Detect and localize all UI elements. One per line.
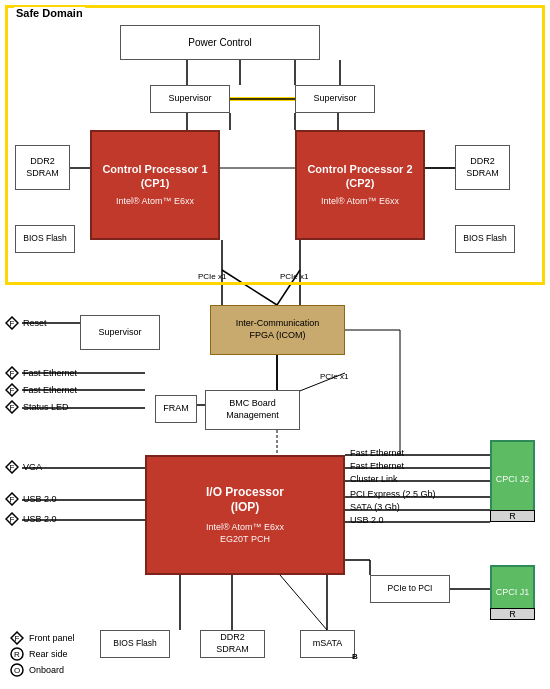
status-led-label: Status LED — [23, 402, 69, 412]
legend-rear-side: R Rear side — [10, 647, 75, 661]
iop-sub: Intel® Atom™ E6xx EG20T PCH — [206, 522, 284, 545]
cp1-title: Control Processor 1 — [102, 162, 207, 176]
ddr2-right-label: DDR2 SDRAM — [466, 156, 499, 179]
svg-text:R: R — [14, 650, 20, 659]
right-fast-eth1-label: Fast Ethernet — [350, 448, 404, 458]
svg-text:F: F — [15, 634, 20, 643]
usb1-label: USB 2.0 — [23, 494, 57, 504]
bmc-box: BMC Board Management — [205, 390, 300, 430]
svg-text:F: F — [10, 369, 15, 378]
cp2-box: Control Processor 2 (CP2) Intel® Atom™ E… — [295, 130, 425, 240]
front-panel-label: Front panel — [29, 633, 75, 643]
right-fast-eth2-label: Fast Ethernet — [350, 461, 404, 471]
reset-label: Reset — [23, 318, 47, 328]
power-control-box: Power Control — [120, 25, 320, 60]
msata-label: mSATA — [313, 638, 343, 650]
vga-label: VGA — [23, 462, 42, 472]
bios-flash-tl-label: BIOS Flash — [23, 233, 66, 244]
supervisor-tl-box: Supervisor — [150, 85, 230, 113]
icom-box: Inter-Communication FPGA (ICOM) — [210, 305, 345, 355]
rear-side-label: Rear side — [29, 649, 68, 659]
vga-icon: F — [5, 460, 19, 474]
cp2-sub: Intel® Atom™ E6xx — [307, 196, 412, 208]
fast-eth1-label: Fast Ethernet — [23, 368, 77, 378]
pcie-x1-mid-label: PCIe x1 — [320, 372, 348, 381]
fast-eth1-connector-group: F Fast Ethernet — [5, 366, 77, 380]
svg-line-34 — [280, 575, 327, 630]
cpci-j1-label: CPCI J1 — [496, 587, 530, 599]
svg-text:F: F — [10, 463, 15, 472]
pcie-x1-right-label: PCIe x1 — [280, 272, 308, 281]
legend-onboard: O Onboard — [10, 663, 75, 677]
msata-box: mSATA — [300, 630, 355, 658]
ddr2-bottom-box: DDR2 SDRAM — [200, 630, 265, 658]
cpci-j2-label: CPCI J2 — [496, 474, 530, 486]
usb2-label: USB 2.0 — [23, 514, 57, 524]
reset-connector-icon: F — [5, 316, 19, 330]
ddr2-bottom-label: DDR2 SDRAM — [216, 632, 249, 655]
pci-express-label: PCI Express (2.5 Gb) — [350, 489, 436, 499]
r-label-j1: R — [490, 608, 535, 620]
ddr2-right-box: DDR2 SDRAM — [455, 145, 510, 190]
cp1-sub: Intel® Atom™ E6xx — [102, 196, 207, 208]
usb2-icon: F — [5, 512, 19, 526]
legend-front-panel: F Front panel — [10, 631, 75, 645]
vga-connector-group: F VGA — [5, 460, 42, 474]
usb1-icon: F — [5, 492, 19, 506]
pcie-pci-box: PCIe to PCI — [370, 575, 450, 603]
ddr2-left-box: DDR2 SDRAM — [15, 145, 70, 190]
cp2-title: Control Processor 2 — [307, 162, 412, 176]
svg-text:F: F — [10, 319, 15, 328]
bios-flash-tl-box: BIOS Flash — [15, 225, 75, 253]
pcie-pci-label: PCIe to PCI — [388, 583, 433, 594]
status-led-connector-group: F Status LED — [5, 400, 69, 414]
svg-text:O: O — [14, 666, 20, 675]
svg-text:F: F — [10, 495, 15, 504]
fast-eth1-icon: F — [5, 366, 19, 380]
supervisor-ml-box: Supervisor — [80, 315, 160, 350]
svg-text:F: F — [10, 515, 15, 524]
cluster-link-label: Cluster Link — [350, 474, 398, 484]
status-led-icon: F — [5, 400, 19, 414]
bios-flash-tr-label: BIOS Flash — [463, 233, 506, 244]
usb1-connector-group: F USB 2.0 — [5, 492, 57, 506]
onboard-icon: O — [10, 663, 24, 677]
legend: F Front panel R Rear side O Onboard — [10, 631, 75, 677]
cp1-abbr: (CP1) — [102, 176, 207, 190]
onboard-label: Onboard — [29, 665, 64, 675]
usb2-connector-group: F USB 2.0 — [5, 512, 57, 526]
cp2-abbr: (CP2) — [307, 176, 412, 190]
icom-label: Inter-Communication FPGA (ICOM) — [236, 318, 320, 341]
bios-flash-tr-box: BIOS Flash — [455, 225, 515, 253]
fram-label: FRAM — [163, 403, 189, 415]
reset-connector-group: F Reset — [5, 316, 47, 330]
iop-title: I/O Processor — [206, 485, 284, 501]
cpci-j2-box: CPCI J2 — [490, 440, 535, 520]
b-label: B — [352, 652, 358, 661]
svg-text:F: F — [10, 403, 15, 412]
bmc-label: BMC Board Management — [226, 398, 279, 421]
svg-text:F: F — [10, 386, 15, 395]
bios-flash-b-box: BIOS Flash — [100, 630, 170, 658]
bios-flash-b-label: BIOS Flash — [113, 638, 156, 649]
usb-right-label: USB 2.0 — [350, 515, 384, 525]
iop-abbr: (IOP) — [206, 500, 284, 516]
block-diagram: Safe Domain Power Control Supervisor Sup… — [0, 0, 550, 689]
fast-eth2-label: Fast Ethernet — [23, 385, 77, 395]
safe-domain-label: Safe Domain — [14, 7, 85, 19]
rear-side-icon: R — [10, 647, 24, 661]
fast-eth2-icon: F — [5, 383, 19, 397]
fast-eth2-connector-group: F Fast Ethernet — [5, 383, 77, 397]
r-label-j2: R — [490, 510, 535, 522]
supervisor-tr-box: Supervisor — [295, 85, 375, 113]
cp1-box: Control Processor 1 (CP1) Intel® Atom™ E… — [90, 130, 220, 240]
front-panel-icon: F — [10, 631, 24, 645]
sata-label: SATA (3 Gb) — [350, 502, 400, 512]
pcie-x1-left-label: PCIe x1 — [198, 272, 226, 281]
fram-box: FRAM — [155, 395, 197, 423]
ddr2-left-label: DDR2 SDRAM — [26, 156, 59, 179]
iop-box: I/O Processor (IOP) Intel® Atom™ E6xx EG… — [145, 455, 345, 575]
